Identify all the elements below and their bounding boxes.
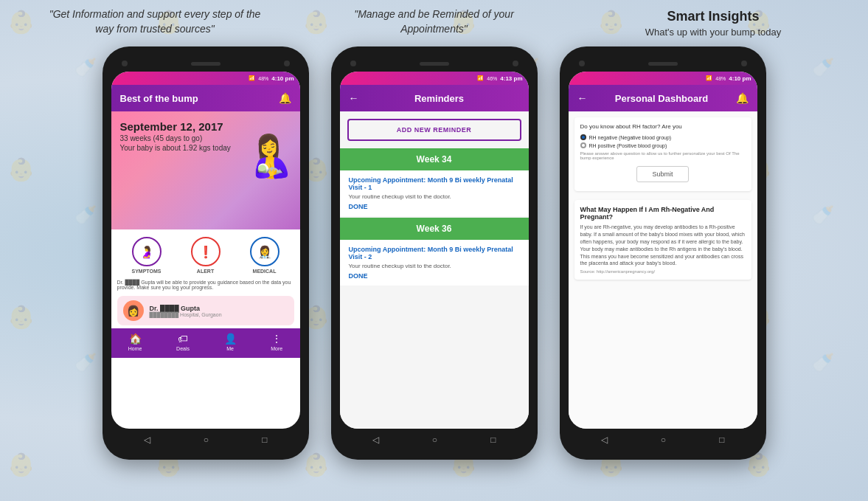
radio-option-1[interactable]: RH negative (Negative blood group) (580, 134, 746, 140)
screen-content-1: September 12, 2017 33 weeks (45 days to … (111, 111, 300, 429)
speaker-1 (191, 62, 221, 66)
phone-3-screen: 📶 48% 4:10 pm ← Personal Dashboard 🔔 Do … (569, 72, 757, 429)
back-btn-1[interactable]: ◁ (144, 435, 150, 445)
back-btn-3[interactable]: ◁ (601, 435, 608, 445)
recent-btn-3[interactable]: □ (719, 435, 724, 445)
recent-btn-2[interactable]: □ (490, 435, 496, 445)
medical-label: MEDICAL (253, 269, 277, 274)
add-reminder-button[interactable]: ADD NEW REMINDER (347, 119, 521, 141)
phones-row: 📶 48% 4:10 pm Best of the bump 🔔 Septemb… (0, 46, 868, 501)
deals-icon: 🏷 (178, 333, 188, 345)
back-arrow-2[interactable]: ← (349, 92, 359, 104)
back-btn-2[interactable]: ◁ (372, 435, 379, 445)
phone-1: 📶 48% 4:10 pm Best of the bump 🔔 Septemb… (103, 46, 309, 460)
quote-left-text: "Get Information and support every step … (49, 8, 261, 35)
insight-source: Source: http://americanpregnancy.org/ (580, 269, 746, 274)
radio-label-1: RH negative (Negative blood group) (589, 135, 672, 140)
symptoms-item[interactable]: 🤰 SYMPTOMS (132, 237, 162, 274)
signal-3: 📶 (706, 75, 712, 81)
back-arrow-3[interactable]: ← (577, 92, 588, 104)
bell-icon-3[interactable]: 🔔 (736, 92, 749, 104)
week-36-header: Week 36 (340, 218, 529, 240)
week-34-header: Week 34 (340, 148, 529, 170)
nav-more[interactable]: ⋮ More (271, 333, 282, 353)
status-bar-1: 📶 48% 4:10 pm (111, 72, 300, 85)
status-bar-2: 📶 46% 4:13 pm (340, 72, 529, 85)
smart-insights-subtitle: What's up with your bump today (603, 26, 824, 39)
alert-icon: ❗ (191, 237, 221, 266)
doctor-info: Dr. ████ Gupta ████████ Hospital, Gurgao… (150, 305, 222, 317)
alert-item[interactable]: ❗ ALERT (191, 237, 221, 274)
time-3: 4:10 pm (729, 75, 751, 82)
battery-2: 46% (487, 76, 497, 81)
appointment-desc-2: Your routine checkup visit to the doctor… (349, 263, 520, 269)
insight-title: What May Happen If I Am Rh-Negative And … (580, 206, 746, 221)
top-texts: "Get Information and support every step … (0, 0, 868, 46)
doctor-card[interactable]: 👩 Dr. ████ Gupta ████████ Hospital, Gurg… (117, 296, 294, 325)
deals-label: Deals (176, 346, 190, 351)
insight-text: If you are Rh-negative, you may develop … (580, 224, 746, 267)
more-label: More (271, 346, 282, 351)
question-text: Do you know about RH factor? Are you (580, 123, 746, 130)
phone-3-top (569, 55, 757, 72)
doctor-name: Dr. ████ Gupta (150, 305, 222, 312)
camera-2 (350, 61, 356, 66)
home-banner: September 12, 2017 33 weeks (45 days to … (111, 111, 300, 229)
app-header-3: ← Personal Dashboard 🔔 (569, 85, 757, 111)
done-btn-1[interactable]: DONE (349, 203, 520, 210)
status-bar-3: 📶 48% 4:10 pm (569, 72, 757, 85)
camera-1b (284, 61, 290, 66)
nav-deals[interactable]: 🏷 Deals (176, 333, 190, 353)
medical-item[interactable]: 👩‍⚕️ MEDICAL (250, 237, 280, 274)
home-icon: 🏠 (129, 333, 142, 345)
nav-me[interactable]: 👤 Me (224, 333, 237, 353)
phone-2-screen: 📶 46% 4:13 pm ← Reminders ADD NEW REMIND… (340, 72, 529, 429)
appointment-desc-1: Your routine checkup visit to the doctor… (349, 193, 520, 200)
icon-row: 🤰 SYMPTOMS ❗ ALERT 👩‍⚕️ MEDICAL (111, 229, 300, 277)
home-btn-1[interactable]: ○ (204, 435, 209, 445)
quote-left: "Get Information and support every step … (44, 7, 265, 39)
home-btn-3[interactable]: ○ (661, 435, 666, 445)
doctor-avatar: 👩 (123, 300, 144, 321)
camera-1 (122, 61, 128, 66)
done-btn-2[interactable]: DONE (349, 272, 520, 280)
quote-center: "Manage and be Reminded of your Appointm… (324, 7, 545, 39)
phone-1-screen: 📶 48% 4:10 pm Best of the bump 🔔 Septemb… (111, 72, 300, 429)
submit-button[interactable]: Submit (636, 166, 688, 182)
personalize-note: Please answer above question to allow us… (580, 151, 746, 160)
radio-option-2[interactable]: RH positive (Positive blood group) (580, 142, 746, 148)
baby-image: 🤱 (241, 115, 300, 196)
time-2: 4:13 pm (500, 75, 522, 82)
phone-3-bottom: ◁ ○ □ (569, 429, 757, 451)
camera-3b (741, 61, 747, 66)
question-card: Do you know about RH factor? Are you RH … (574, 117, 751, 191)
smart-insights-title: Smart Insights (603, 7, 824, 26)
quote-right: Smart Insights What's up with your bump … (603, 7, 824, 39)
phone-1-top (111, 55, 300, 72)
speaker-2 (420, 62, 449, 66)
bottom-nav: 🏠 Home 🏷 Deals 👤 Me ⋮ (111, 328, 300, 358)
page-wrapper: "Get Information and support every step … (0, 0, 868, 501)
radio-label-2: RH positive (Positive blood group) (589, 143, 667, 148)
recent-btn-1[interactable]: □ (262, 435, 267, 445)
time-1: 4:10 pm (271, 75, 294, 82)
insight-card: What May Happen If I Am Rh-Negative And … (574, 200, 751, 280)
home-btn-2[interactable]: ○ (432, 435, 437, 445)
bell-icon-1[interactable]: 🔔 (279, 92, 291, 104)
phone-2-bottom: ◁ ○ □ (340, 429, 529, 451)
app-header-2: ← Reminders (340, 85, 529, 111)
app-header-1: Best of the bump 🔔 (111, 85, 300, 111)
phone-2-top (340, 55, 529, 72)
more-icon: ⋮ (271, 333, 282, 345)
battery-3: 48% (715, 76, 726, 81)
camera-2b (513, 61, 518, 66)
header-title-2: Reminders (414, 93, 464, 104)
radio-dot-1 (580, 134, 586, 140)
phone-1-bottom: ◁ ○ □ (111, 429, 300, 451)
phone-3: 📶 48% 4:10 pm ← Personal Dashboard 🔔 Do … (560, 46, 766, 460)
nav-home[interactable]: 🏠 Home (128, 333, 142, 353)
header-title-1: Best of the bump (120, 93, 198, 104)
me-icon: 👤 (224, 333, 237, 345)
symptoms-icon: 🤰 (132, 237, 162, 266)
symptoms-label: SYMPTOMS (132, 269, 162, 274)
